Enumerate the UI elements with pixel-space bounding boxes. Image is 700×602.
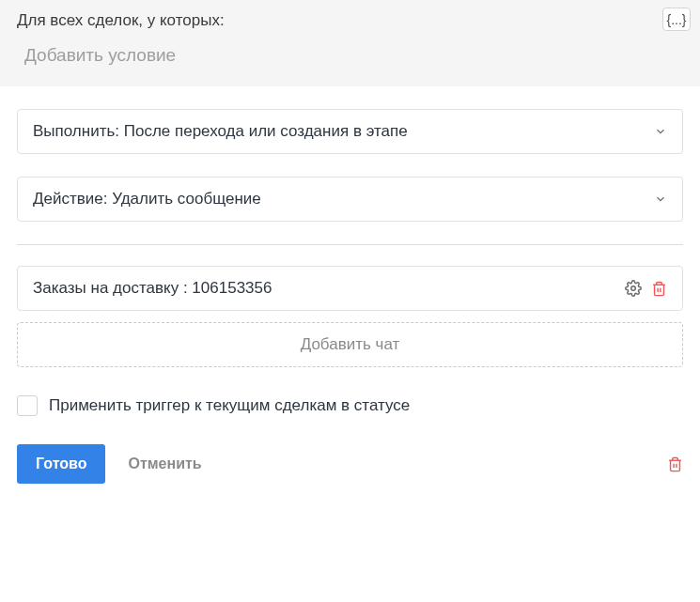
execute-select-label: Выполнить: После перехода или создания в… [33, 122, 408, 141]
footer-row: Готово Отменить [17, 444, 683, 484]
action-select[interactable]: Действие: Удалить сообщение [17, 177, 683, 222]
chat-delete-button[interactable] [651, 281, 667, 297]
add-chat-button[interactable]: Добавить чат [17, 322, 683, 367]
trash-icon [651, 281, 667, 297]
done-button[interactable]: Готово [17, 444, 105, 484]
trash-icon [667, 456, 683, 472]
chat-settings-button[interactable] [625, 280, 642, 297]
delete-trigger-button[interactable] [667, 456, 683, 472]
apply-trigger-label[interactable]: Применить триггер к текущим сделкам в ст… [49, 396, 410, 415]
conditions-prompt: Для всех сделок, у которых: [17, 11, 683, 30]
apply-trigger-checkbox[interactable] [17, 395, 38, 416]
execute-select[interactable]: Выполнить: После перехода или создания в… [17, 109, 683, 154]
json-icon: {...} [666, 12, 686, 27]
divider [17, 244, 683, 245]
chat-item: Заказы на доставку : 106153356 [17, 266, 683, 311]
chevron-down-icon [654, 125, 667, 138]
action-select-label: Действие: Удалить сообщение [33, 190, 261, 208]
gear-icon [625, 280, 642, 297]
add-condition-button[interactable]: Добавить условие [17, 41, 683, 69]
chevron-down-icon [654, 193, 667, 206]
body-section: Выполнить: После перехода или создания в… [0, 86, 700, 495]
cancel-button[interactable]: Отменить [128, 455, 201, 472]
apply-trigger-row: Применить триггер к текущим сделкам в ст… [17, 395, 683, 416]
json-button[interactable]: {...} [662, 8, 691, 31]
svg-point-0 [631, 286, 636, 291]
chat-item-label: Заказы на доставку : 106153356 [33, 279, 615, 298]
conditions-header: {...} Для всех сделок, у которых: Добави… [0, 0, 700, 86]
